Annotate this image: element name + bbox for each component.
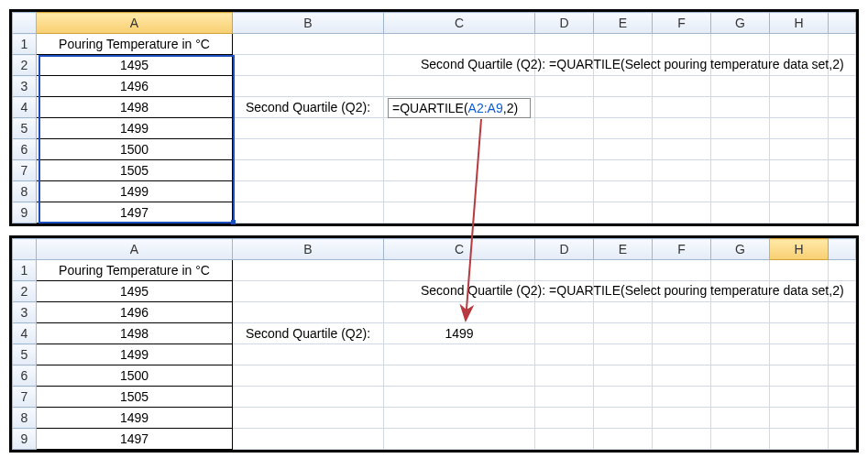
row-head-7[interactable]: 7 (13, 387, 37, 408)
col-head-C[interactable]: C (384, 13, 535, 34)
row-head-3[interactable]: 3 (13, 76, 37, 97)
col-head-E[interactable]: E (594, 13, 653, 34)
cell-A5[interactable]: 1499 (37, 344, 233, 365)
col-head-H[interactable]: H (770, 239, 829, 260)
cell-A3[interactable]: 1496 (37, 302, 233, 323)
col-head-G[interactable]: G (711, 13, 770, 34)
cell-H1[interactable] (770, 34, 829, 55)
row-head-3[interactable]: 3 (13, 302, 37, 323)
formula-suffix: ,2) (503, 101, 518, 115)
cell-A9[interactable]: 1497 (37, 202, 233, 224)
row-head-7[interactable]: 7 (13, 160, 37, 181)
col-head-A[interactable]: A (37, 239, 233, 260)
figure-stage: A B C D E F G H 1 Pouring Temperature in… (9, 9, 859, 453)
cell-D1[interactable] (535, 34, 594, 55)
row-head-1[interactable]: 1 (13, 260, 37, 281)
cell-A7[interactable]: 1505 (37, 160, 233, 181)
row-head-1[interactable]: 1 (13, 34, 37, 55)
col-head-F[interactable]: F (653, 239, 711, 260)
spreadsheet-grid-bottom[interactable]: A B C D E F G H 1 Pouring Temperature in… (12, 238, 856, 450)
row-head-5[interactable]: 5 (13, 344, 37, 365)
cell-B2[interactable] (233, 55, 384, 76)
row-head-4[interactable]: 4 (13, 323, 37, 344)
row-head-2[interactable]: 2 (13, 281, 37, 302)
cell-A2[interactable]: 1495 (37, 281, 233, 302)
col-head-A[interactable]: A (37, 13, 233, 34)
cell-A6[interactable]: 1500 (37, 139, 233, 160)
cell-A3[interactable]: 1496 (37, 76, 233, 97)
cell-A8[interactable]: 1499 (37, 408, 233, 429)
cell-A5[interactable]: 1499 (37, 118, 233, 139)
cell-A2[interactable]: 1495 (37, 55, 233, 76)
col-head-B[interactable]: B (233, 13, 384, 34)
cell-A4[interactable]: 1498 (37, 97, 233, 118)
row-head-8[interactable]: 8 (13, 181, 37, 202)
cell-A6[interactable]: 1500 (37, 365, 233, 387)
select-all-corner[interactable] (13, 13, 37, 34)
row-head-9[interactable]: 9 (13, 429, 37, 450)
row-head-6[interactable]: 6 (13, 139, 37, 160)
select-all-corner[interactable] (13, 239, 37, 260)
row-head-8[interactable]: 8 (13, 408, 37, 429)
cell-C4-result[interactable]: 1499 (384, 323, 535, 344)
col-head-F[interactable]: F (653, 13, 711, 34)
col-head-E[interactable]: E (594, 239, 653, 260)
formula-prefix: =QUARTILE( (392, 101, 468, 115)
row-head-4[interactable]: 4 (13, 97, 37, 118)
col-head-B[interactable]: B (233, 239, 384, 260)
row-head-9[interactable]: 9 (13, 202, 37, 224)
excel-panel-before: A B C D E F G H 1 Pouring Temperature in… (9, 9, 859, 226)
cell-B4[interactable]: Second Quartile (Q2): (233, 97, 384, 118)
cell-C1[interactable] (384, 34, 535, 55)
cell-A9[interactable]: 1497 (37, 429, 233, 450)
cell-A1[interactable]: Pouring Temperature in °C (37, 260, 233, 281)
col-head-H[interactable]: H (770, 13, 829, 34)
cell-A7[interactable]: 1505 (37, 387, 233, 408)
formula-edit-overlay[interactable]: =QUARTILE(A2:A9,2) (388, 98, 531, 118)
explain-text-bottom: Second Quartile (Q2): =QUARTILE(Select p… (421, 283, 844, 298)
formula-range-ref: A2:A9 (468, 101, 503, 115)
explain-text-top: Second Quartile (Q2): =QUARTILE(Select p… (421, 57, 844, 71)
col-head-C[interactable]: C (384, 239, 535, 260)
col-head-D[interactable]: D (535, 239, 594, 260)
row-head-2[interactable]: 2 (13, 55, 37, 76)
col-head-overflow[interactable] (829, 13, 856, 34)
cell-B4[interactable]: Second Quartile (Q2): (233, 323, 384, 344)
cell-A8[interactable]: 1499 (37, 181, 233, 202)
cell-A1[interactable]: Pouring Temperature in °C (37, 34, 233, 55)
cell-C2-explain[interactable]: Second Quartile (Q2): =QUARTILE(Select p… (384, 281, 535, 302)
col-head-overflow[interactable] (829, 239, 856, 260)
row-head-5[interactable]: 5 (13, 118, 37, 139)
cell-G1[interactable] (711, 34, 770, 55)
cell-F1[interactable] (653, 34, 711, 55)
col-head-G[interactable]: G (711, 239, 770, 260)
cell-A4[interactable]: 1498 (37, 323, 233, 344)
cell-C2-explain[interactable]: Second Quartile (Q2): =QUARTILE(Select p… (384, 55, 535, 76)
row-head-6[interactable]: 6 (13, 365, 37, 387)
cell-B1[interactable] (233, 34, 384, 55)
excel-panel-after: A B C D E F G H 1 Pouring Temperature in… (9, 235, 859, 453)
cell-E1[interactable] (594, 34, 653, 55)
col-head-D[interactable]: D (535, 13, 594, 34)
